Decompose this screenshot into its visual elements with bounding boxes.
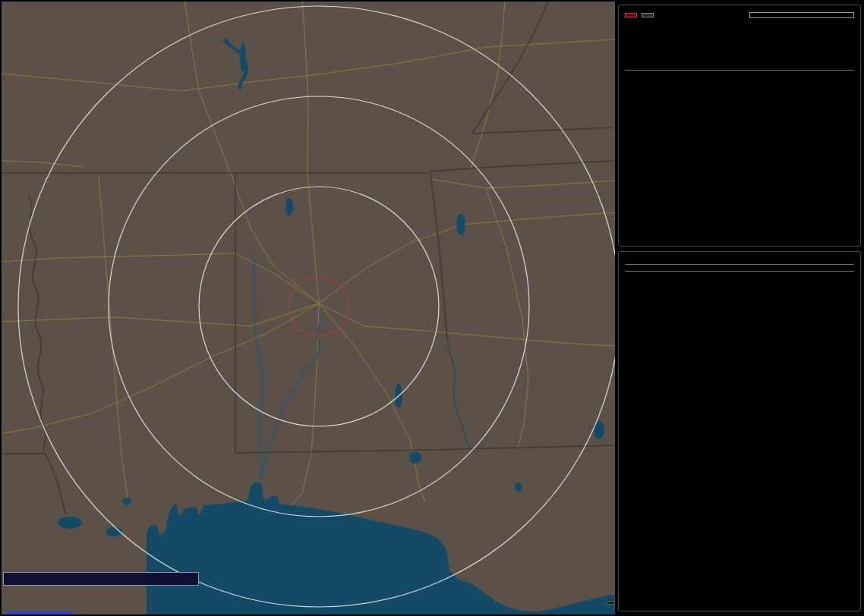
status-box <box>618 251 861 611</box>
copyright-label <box>606 602 615 605</box>
map-legend <box>3 572 199 586</box>
strike-mode-button[interactable] <box>625 13 637 17</box>
divider <box>625 271 854 272</box>
bearing-readout <box>749 12 854 18</box>
noise-mode-button[interactable] <box>642 13 654 17</box>
trend-graph-row <box>619 275 860 279</box>
map-canvas[interactable] <box>2 2 615 614</box>
divider <box>625 70 854 71</box>
trend-graph <box>619 281 860 479</box>
strike-stats-box <box>618 5 861 247</box>
legend-header-row <box>4 573 198 585</box>
divider <box>625 264 854 265</box>
lightning-map[interactable] <box>2 2 615 614</box>
taskbar-sliver <box>6 611 73 614</box>
nexstorm-app <box>0 0 864 616</box>
side-panel <box>616 0 864 616</box>
datetime-display <box>619 252 860 261</box>
mode-row <box>619 5 860 18</box>
